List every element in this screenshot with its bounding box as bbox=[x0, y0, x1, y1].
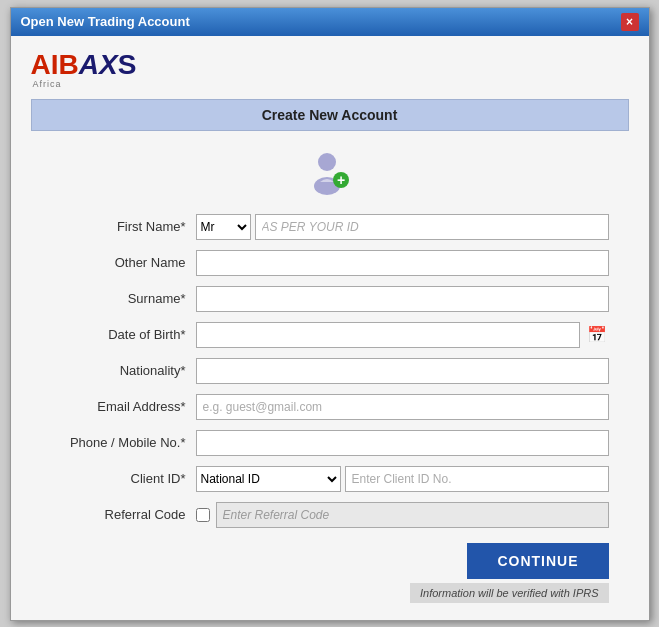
client-id-label: Client ID* bbox=[51, 471, 196, 486]
email-input[interactable] bbox=[196, 394, 609, 420]
first-name-label: First Name* bbox=[51, 219, 196, 234]
referral-input[interactable] bbox=[216, 502, 609, 528]
client-id-row: Client ID* National ID Passport Alien ID bbox=[51, 466, 609, 492]
info-area: Information will be verified with IPRS bbox=[51, 585, 609, 600]
dialog-title: Open New Trading Account bbox=[21, 14, 190, 29]
button-area: CONTINUE bbox=[51, 543, 609, 579]
actions-area: CONTINUE Information will be verified wi… bbox=[51, 543, 609, 600]
other-name-row: Other Name bbox=[51, 250, 609, 276]
first-name-row: First Name* Mr Mrs Ms Dr bbox=[51, 214, 609, 240]
referral-row: Referral Code bbox=[51, 502, 609, 528]
section-header: Create New Account bbox=[31, 99, 629, 131]
phone-label: Phone / Mobile No.* bbox=[51, 435, 196, 450]
other-name-input[interactable] bbox=[196, 250, 609, 276]
nationality-row: Nationality* Kenyan bbox=[51, 358, 609, 384]
logo-text-part3: S bbox=[118, 49, 137, 80]
referral-checkbox[interactable] bbox=[196, 508, 210, 522]
close-button[interactable]: × bbox=[621, 13, 639, 31]
logo-area: AIBAXS Africa bbox=[31, 51, 629, 89]
surname-row: Surname* bbox=[51, 286, 609, 312]
logo-text-part1: AIB bbox=[31, 49, 79, 80]
nationality-input[interactable]: Kenyan bbox=[196, 358, 609, 384]
form-area: First Name* Mr Mrs Ms Dr Other Name bbox=[31, 214, 629, 600]
surname-input[interactable] bbox=[196, 286, 609, 312]
svg-text:+: + bbox=[336, 172, 344, 188]
logo-subtitle: Africa bbox=[33, 79, 629, 89]
title-select[interactable]: Mr Mrs Ms Dr bbox=[196, 214, 251, 240]
surname-label: Surname* bbox=[51, 291, 196, 306]
first-name-fields: Mr Mrs Ms Dr bbox=[196, 214, 609, 240]
email-label: Email Address* bbox=[51, 399, 196, 414]
calendar-button[interactable]: 📅 bbox=[585, 325, 609, 344]
dob-fields: 📅 bbox=[196, 322, 609, 348]
referral-label: Referral Code bbox=[51, 507, 196, 522]
other-name-label: Other Name bbox=[51, 255, 196, 270]
logo-text-part2: AX bbox=[79, 49, 118, 80]
svg-point-0 bbox=[318, 153, 336, 171]
referral-fields bbox=[196, 502, 609, 528]
continue-button[interactable]: CONTINUE bbox=[467, 543, 608, 579]
first-name-input[interactable] bbox=[255, 214, 609, 240]
dialog-body: AIBAXS Africa Create New Account + bbox=[11, 36, 649, 620]
dob-input[interactable] bbox=[196, 322, 580, 348]
client-id-fields: National ID Passport Alien ID bbox=[196, 466, 609, 492]
client-id-select[interactable]: National ID Passport Alien ID bbox=[196, 466, 341, 492]
avatar-icon: + bbox=[305, 146, 355, 196]
dob-label: Date of Birth* bbox=[51, 327, 196, 342]
nationality-label: Nationality* bbox=[51, 363, 196, 378]
info-text: Information will be verified with IPRS bbox=[410, 583, 609, 603]
avatar-area: + bbox=[31, 146, 629, 196]
dialog-window: Open New Trading Account × AIBAXS Africa… bbox=[10, 7, 650, 621]
phone-input[interactable] bbox=[196, 430, 609, 456]
email-row: Email Address* bbox=[51, 394, 609, 420]
title-bar: Open New Trading Account × bbox=[11, 8, 649, 36]
client-id-input[interactable] bbox=[345, 466, 609, 492]
dob-row: Date of Birth* 📅 bbox=[51, 322, 609, 348]
phone-row: Phone / Mobile No.* bbox=[51, 430, 609, 456]
